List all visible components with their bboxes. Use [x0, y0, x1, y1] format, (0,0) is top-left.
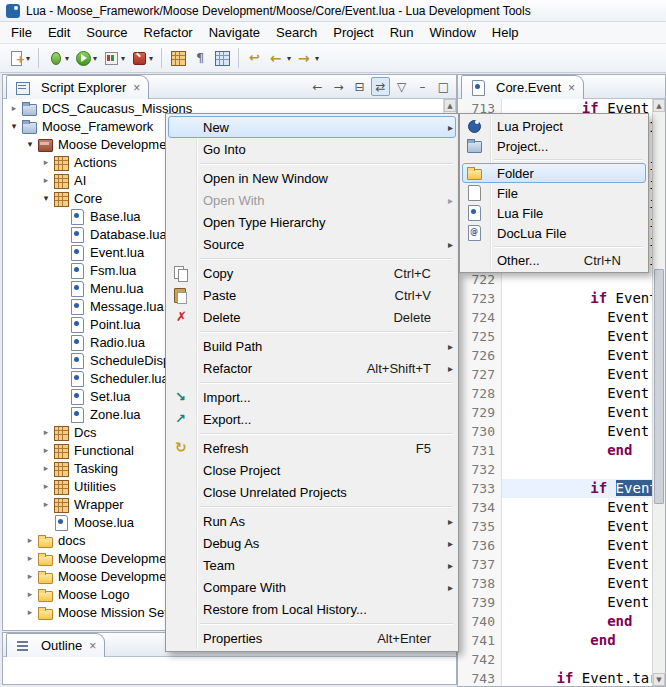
menu-separator: [200, 623, 453, 624]
collapsed-expander-icon[interactable]: ▸: [39, 175, 53, 185]
menu-item-export[interactable]: Export...: [168, 408, 456, 430]
back-button[interactable]: ▾: [266, 46, 294, 70]
debug-bug-icon: [47, 50, 63, 66]
forward-icon[interactable]: →: [329, 77, 348, 96]
code-line: Event.IniDCSGroupName = Event.IniDCSGrou…: [502, 498, 652, 517]
menubar-item-window[interactable]: Window: [422, 23, 484, 42]
menubar-item-source[interactable]: Source: [78, 23, 135, 42]
expanded-expander-icon[interactable]: ▾: [23, 139, 37, 149]
menubar-item-refactor[interactable]: Refactor: [136, 23, 201, 42]
coverage-button[interactable]: ▾: [100, 46, 128, 70]
view-menu-icon[interactable]: ▽: [392, 77, 411, 96]
menu-item-file[interactable]: File: [462, 183, 646, 203]
menubar-item-file[interactable]: File: [3, 23, 40, 42]
collapsed-expander-icon[interactable]: ▸: [23, 535, 37, 545]
menu-item-project[interactable]: Project...: [462, 136, 646, 156]
menu-item-lua-project[interactable]: Lua Project: [462, 116, 646, 136]
scroll-up-icon[interactable]: [444, 99, 456, 112]
editor-scrollbar[interactable]: [652, 99, 665, 686]
menu-item-compare-with[interactable]: Compare With▸: [168, 576, 456, 598]
folder-icon: [37, 587, 53, 602]
menu-item-paste[interactable]: PasteCtrl+V: [168, 284, 456, 306]
menubar-item-search[interactable]: Search: [268, 23, 325, 42]
lua-file-icon: [470, 80, 486, 95]
external-tools-button[interactable]: ▾: [128, 46, 156, 70]
collapsed-expander-icon[interactable]: ▸: [39, 499, 53, 509]
menu-item-delete[interactable]: DeleteDelete: [168, 306, 456, 328]
menu-item-source[interactable]: Source▸: [168, 233, 456, 255]
folder-icon: [37, 533, 53, 548]
menu-icon-blank: [172, 601, 194, 617]
menu-item-close-unrelated-projects[interactable]: Close Unrelated Projects: [168, 481, 456, 503]
menu-item-other[interactable]: Other...Ctrl+N: [462, 250, 646, 270]
menubar-item-run[interactable]: Run: [382, 23, 422, 42]
scroll-down-icon[interactable]: [653, 673, 665, 686]
collapsed-expander-icon[interactable]: ▸: [23, 571, 37, 581]
menu-item-open-with[interactable]: Open With▸: [168, 189, 456, 211]
collapsed-expander-icon[interactable]: ▸: [39, 481, 53, 491]
tree-item-label: Zone.lua: [90, 407, 141, 422]
tab-outline[interactable]: Outline ×: [6, 633, 105, 657]
menu-item-refactor[interactable]: RefactorAlt+Shift+T▸: [168, 357, 456, 379]
scrollbar-thumb[interactable]: [654, 269, 664, 504]
scroll-up-icon[interactable]: [653, 99, 665, 112]
collapsed-expander-icon[interactable]: ▸: [39, 463, 53, 473]
collapse-all-icon[interactable]: ⊟: [350, 77, 369, 96]
menu-item-close-project[interactable]: Close Project: [168, 459, 456, 481]
maximize-icon[interactable]: □: [434, 77, 453, 96]
menu-item-new[interactable]: New▸: [168, 116, 456, 138]
expanded-expander-icon[interactable]: ▾: [7, 121, 21, 131]
menu-item-build-path[interactable]: Build Path▸: [168, 335, 456, 357]
menu-item-restore-from-local-history[interactable]: Restore from Local History...: [168, 598, 456, 620]
close-icon[interactable]: ×: [133, 81, 140, 95]
menu-item-label: Lua File: [488, 206, 543, 221]
minimize-icon[interactable]: –: [413, 77, 432, 96]
expanded-expander-icon[interactable]: ▾: [39, 193, 53, 203]
show-whitespace-button[interactable]: [189, 46, 211, 70]
menubar-item-project[interactable]: Project: [325, 23, 381, 42]
open-element-button[interactable]: [167, 46, 189, 70]
menu-item-team[interactable]: Team▸: [168, 554, 456, 576]
back-icon[interactable]: ←: [308, 77, 327, 96]
run-play-icon: [75, 50, 91, 66]
new-wizard-button[interactable]: ▾: [5, 46, 33, 70]
menu-item-label: Open Type Hierarchy: [194, 215, 326, 230]
dropdown-caret-icon: ▾: [26, 54, 30, 63]
menu-item-run-as[interactable]: Run As▸: [168, 510, 456, 532]
menu-item-doclua-file[interactable]: DocLua File: [462, 223, 646, 243]
mark-occurrences-button[interactable]: [211, 46, 233, 70]
collapsed-expander-icon[interactable]: ▸: [23, 553, 37, 563]
tab-script-explorer[interactable]: Script Explorer ×: [6, 75, 149, 99]
menu-item-open-in-new-window[interactable]: Open in New Window: [168, 167, 456, 189]
menu-item-properties[interactable]: PropertiesAlt+Enter: [168, 627, 456, 649]
last-edit-location-button[interactable]: [244, 46, 266, 70]
menu-item-debug-as[interactable]: Debug As▸: [168, 532, 456, 554]
tree-item-label: AI: [74, 173, 86, 188]
line-number: 730: [458, 422, 495, 441]
forward-button[interactable]: ▾: [294, 46, 322, 70]
menu-item-folder[interactable]: Folder: [462, 163, 646, 183]
menubar-item-edit[interactable]: Edit: [40, 23, 78, 42]
collapsed-expander-icon[interactable]: ▸: [23, 589, 37, 599]
close-icon[interactable]: ×: [89, 639, 96, 653]
menu-item-copy[interactable]: CopyCtrl+C: [168, 262, 456, 284]
code-line: if Event.IniDCSGroup then: [502, 479, 652, 498]
menu-item-label: Refresh: [194, 441, 249, 456]
collapsed-expander-icon[interactable]: ▸: [23, 607, 37, 617]
collapsed-expander-icon[interactable]: ▸: [39, 157, 53, 167]
menu-item-go-into[interactable]: Go Into: [168, 138, 456, 160]
link-with-editor-icon[interactable]: ⇄: [371, 77, 390, 96]
tab-core-event[interactable]: Core.Event ×: [461, 75, 584, 99]
debug-button[interactable]: ▾: [44, 46, 72, 70]
menubar-item-help[interactable]: Help: [484, 23, 527, 42]
menubar-item-navigate[interactable]: Navigate: [201, 23, 268, 42]
menu-item-refresh[interactable]: RefreshF5: [168, 437, 456, 459]
collapsed-expander-icon[interactable]: ▸: [7, 103, 21, 113]
run-button[interactable]: ▾: [72, 46, 100, 70]
menu-item-import[interactable]: Import...: [168, 386, 456, 408]
collapsed-expander-icon[interactable]: ▸: [39, 427, 53, 437]
menu-item-lua-file[interactable]: Lua File: [462, 203, 646, 223]
collapsed-expander-icon[interactable]: ▸: [39, 445, 53, 455]
menu-item-open-type-hierarchy[interactable]: Open Type Hierarchy: [168, 211, 456, 233]
close-icon[interactable]: ×: [568, 81, 575, 95]
